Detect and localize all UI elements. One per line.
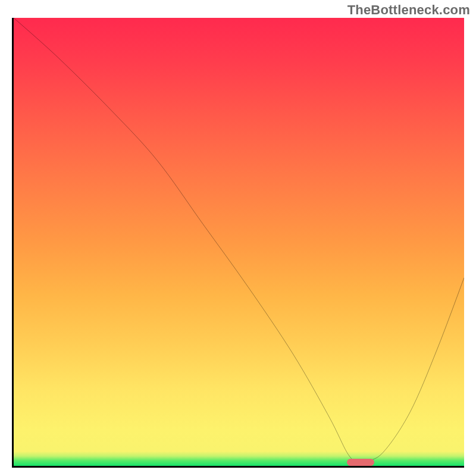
plot-area	[12, 18, 464, 468]
watermark-text: TheBottleneck.com	[347, 2, 470, 18]
chart-frame: TheBottleneck.com	[0, 0, 476, 476]
bottleneck-curve	[14, 18, 464, 466]
optimal-range-marker	[347, 459, 374, 466]
